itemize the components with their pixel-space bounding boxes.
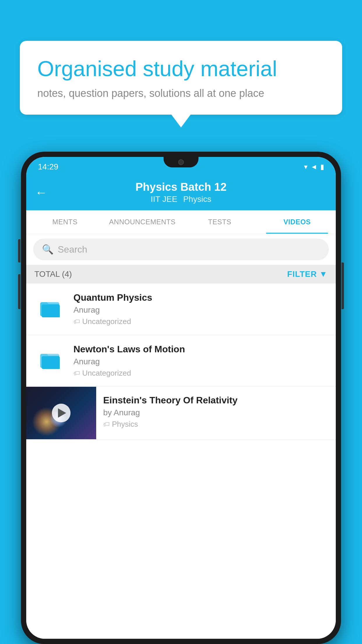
wifi-icon: ▾ — [304, 163, 307, 171]
search-icon: 🔍 — [42, 244, 54, 255]
video-info: Quantum Physics Anurag 🏷 Uncategorized — [73, 292, 328, 326]
video-author: Anurag — [73, 305, 328, 315]
bubble-title: Organised study material — [37, 56, 325, 82]
speech-bubble: Organised study material notes, question… — [20, 41, 342, 115]
front-camera — [178, 159, 184, 165]
tab-tests[interactable]: TESTS — [181, 210, 259, 234]
notch — [164, 157, 198, 167]
video-info: Newton's Laws of Motion Anurag 🏷 Uncateg… — [73, 344, 328, 378]
bubble-subtitle: notes, question papers, solutions all at… — [37, 87, 325, 99]
phone-wrapper: 14:29 ▾ ◄ ▮ ← Physics Batch 12 IIT JEE P… — [21, 152, 341, 644]
folder-thumbnail — [34, 345, 66, 377]
battery-icon: ▮ — [320, 163, 324, 171]
side-button-vol-up — [18, 239, 20, 262]
video-info: Einstein's Theory Of Relativity by Anura… — [96, 387, 336, 437]
list-item[interactable]: Quantum Physics Anurag 🏷 Uncategorized — [26, 284, 336, 335]
tag-icon: 🏷 — [103, 421, 110, 428]
header-title: Physics Batch 12 — [136, 181, 227, 193]
header-tag-physics: Physics — [183, 195, 211, 204]
filter-icon: ▼ — [319, 270, 328, 279]
video-tag: 🏷 Uncategorized — [73, 317, 328, 326]
search-input[interactable]: 🔍 Search — [33, 239, 329, 260]
video-thumbnail — [26, 387, 96, 439]
tab-ments[interactable]: MENTS — [26, 210, 104, 234]
signal-icon: ◄ — [310, 163, 317, 171]
phone-outer: 14:29 ▾ ◄ ▮ ← Physics Batch 12 IIT JEE P… — [21, 152, 341, 644]
status-time: 14:29 — [38, 162, 58, 172]
app-header: ← Physics Batch 12 IIT JEE Physics — [26, 174, 336, 210]
status-icons: ▾ ◄ ▮ — [304, 163, 324, 171]
tab-videos[interactable]: VIDEOS — [259, 210, 336, 234]
video-tag: 🏷 Uncategorized — [73, 369, 328, 378]
phone-screen: 14:29 ▾ ◄ ▮ ← Physics Batch 12 IIT JEE P… — [26, 157, 336, 639]
list-item[interactable]: Newton's Laws of Motion Anurag 🏷 Uncateg… — [26, 335, 336, 387]
video-list: Quantum Physics Anurag 🏷 Uncategorized — [26, 284, 336, 639]
play-button[interactable] — [52, 404, 71, 422]
back-button[interactable]: ← — [35, 186, 47, 200]
list-item[interactable]: Einstein's Theory Of Relativity by Anura… — [26, 387, 336, 440]
folder-icon — [39, 347, 62, 374]
total-label: TOTAL (4) — [34, 270, 72, 279]
tabs: MENTS ANNOUNCEMENTS TESTS VIDEOS — [26, 210, 336, 234]
side-button-power — [342, 262, 344, 309]
video-title: Quantum Physics — [73, 292, 328, 303]
video-tag: 🏷 Physics — [103, 420, 329, 429]
video-title: Newton's Laws of Motion — [73, 344, 328, 355]
folder-thumbnail — [34, 293, 66, 325]
tag-icon: 🏷 — [73, 370, 80, 377]
header-tag-iitjee: IIT JEE — [151, 195, 177, 204]
video-author: Anurag — [73, 357, 328, 366]
folder-icon — [39, 296, 62, 323]
filter-bar: TOTAL (4) FILTER ▼ — [26, 265, 336, 284]
video-author: by Anurag — [103, 408, 329, 417]
filter-button[interactable]: FILTER ▼ — [287, 270, 328, 279]
search-bar-container: 🔍 Search — [26, 234, 336, 265]
search-placeholder-text: Search — [58, 244, 87, 255]
tab-announcements[interactable]: ANNOUNCEMENTS — [104, 210, 181, 234]
header-subtitle: IIT JEE Physics — [151, 195, 211, 204]
video-title: Einstein's Theory Of Relativity — [103, 395, 329, 406]
speech-bubble-container: Organised study material notes, question… — [20, 41, 342, 115]
tag-icon: 🏷 — [73, 318, 80, 326]
filter-label: FILTER — [287, 270, 317, 279]
play-icon — [58, 408, 66, 418]
side-button-vol-down — [18, 274, 20, 309]
